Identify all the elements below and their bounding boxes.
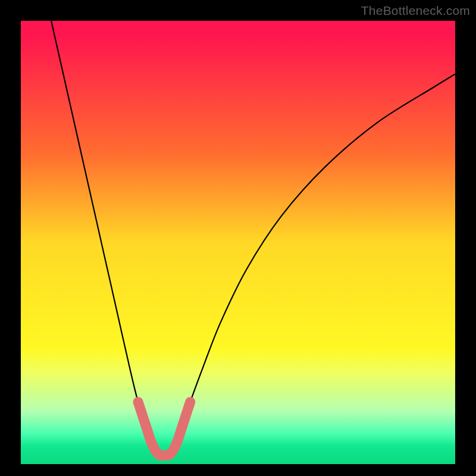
bottleneck-curve-path — [51, 21, 455, 456]
bottleneck-chart — [21, 21, 455, 464]
watermark-text: TheBottleneck.com — [361, 4, 470, 18]
optimal-zone-path — [138, 402, 190, 456]
